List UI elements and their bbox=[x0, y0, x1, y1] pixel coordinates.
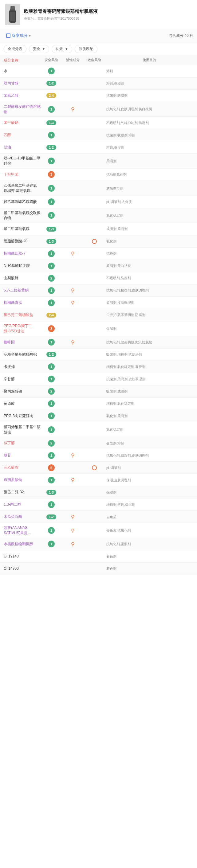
table-row[interactable]: 乙烯基聚二甲基硅氧烷/聚甲基硅氧烷 1 肤感调节剂 bbox=[0, 181, 197, 196]
table-row[interactable]: 三乙醇胺 5 pH调节剂 bbox=[0, 462, 197, 474]
tab-ingredients[interactable]: 备案成分 ▼ bbox=[4, 32, 34, 40]
table-row[interactable]: PEG/PPG/聚丁二醇-8/5/3甘油 3 保湿剂 bbox=[0, 321, 197, 336]
table-row[interactable]: 淀粉辛烯基琥珀酸铝 1-2 吸附剂,增稠剂,抗结块剂 bbox=[0, 349, 197, 361]
table-row[interactable]: 棕榈酰四肽-7 1 ⚲ 抗炎剂 bbox=[0, 248, 197, 260]
table-row[interactable]: 腺苷 1 ⚲ 抗氧化剂,保湿剂,皮肤调理剂 bbox=[0, 450, 197, 462]
ingredient-purpose: 柔润剂,皮肤调理剂 bbox=[105, 300, 193, 305]
table-row[interactable]: 双-PEG-18甲基醚二甲硅烷 1 柔润剂 bbox=[0, 154, 197, 168]
dropdown-icon: ▼ bbox=[28, 34, 31, 37]
safety-badge: 1 bbox=[40, 540, 62, 547]
table-row[interactable]: 苯甲酸钠 1-3 不透明剂,气味抑制剂,防腐剂 bbox=[0, 117, 197, 129]
table-row[interactable]: 透明质酸钠 1 ⚲ 保湿,皮肤调理剂 bbox=[0, 474, 197, 486]
product-info: 欧莱雅青春密码酵素眼部精华肌底液 备案号：苏G妆网码管字2017000638 bbox=[24, 8, 192, 21]
ingredient-purpose: 抗菌剂,柔润剂,皮肤调理剂 bbox=[105, 377, 193, 382]
safety-badge: 2 bbox=[40, 275, 62, 282]
safety-badge: 1 bbox=[40, 132, 62, 138]
table-row[interactable]: 甘油 1-2 溶剂,保湿剂 bbox=[0, 141, 197, 154]
table-row[interactable]: 羟乙基哌嗪乙烷磺酸 1 pH调节剂,去角质 bbox=[0, 196, 197, 208]
active-icon: ⚲ bbox=[71, 528, 75, 533]
table-row[interactable]: 二裂酵母发酵产物溶胞物 1 ⚲ 抗氧化剂,皮肤调理剂,美白祛斑 bbox=[0, 102, 197, 117]
safety-value: 1 bbox=[48, 185, 55, 192]
ingredient-name: 5,7-二羟基黄酮 bbox=[4, 288, 40, 293]
ingredient-name: 聚丙烯酰基二甲基牛磺酸铵 bbox=[4, 425, 40, 435]
ingredient-name: 棕榈酰寡肽 bbox=[4, 300, 40, 305]
table-row[interactable]: 卡波姆 1 增稠剂,乳化稳定剂,凝胶剂 bbox=[0, 361, 197, 373]
ingredient-purpose: 柔润剂,美白祛斑 bbox=[105, 263, 193, 269]
safety-value: 1 bbox=[48, 501, 55, 508]
active-icon: ⚲ bbox=[71, 287, 75, 293]
table-row[interactable]: 乙醇 1 抗菌剂,收敛剂,溶剂 bbox=[0, 129, 197, 141]
ingredient-name: 辛甘醇 bbox=[4, 377, 40, 382]
effect-filter-label: 功效 bbox=[56, 47, 63, 51]
skin-filter-btn[interactable]: 肤质匹配 bbox=[75, 45, 97, 53]
safety-value: 1 bbox=[48, 376, 55, 382]
safety-value: 1 bbox=[48, 287, 55, 294]
safety-value: 1 bbox=[48, 527, 55, 534]
safety-value: 1-2 bbox=[47, 352, 56, 357]
table-row[interactable]: CI 19140 着色剂 bbox=[0, 550, 197, 563]
safety-badge: 1 bbox=[40, 106, 62, 113]
active-icon: ⚲ bbox=[71, 514, 75, 520]
table-row[interactable]: 菠萝(ANANAS SATIVUS)果提... 1 ⚲ 去角质,抗氧化剂 bbox=[0, 523, 197, 538]
table-row[interactable]: 硬脂醇聚醚-20 1-3 乳化剂 bbox=[0, 235, 197, 248]
ingredient-name: 聚乙二醇-32 bbox=[4, 490, 40, 495]
table-row[interactable]: N-羟基琥珀亚胺 1 柔润剂,美白祛斑 bbox=[0, 260, 197, 272]
ingredient-name: 乙烯基聚二甲基硅氧烷/聚甲基硅氧烷 bbox=[4, 183, 40, 193]
table-row[interactable]: 辛甘醇 1 抗菌剂,柔润剂,皮肤调理剂 bbox=[0, 373, 197, 385]
table-row[interactable]: 聚二甲基硅氧烷 1-3 成膜剂,柔润剂 bbox=[0, 223, 197, 235]
table-row[interactable]: 5,7-二羟基黄酮 1 ⚲ 抗氧化剂,抗炎剂,皮肤调理剂 bbox=[0, 284, 197, 297]
ingredient-purpose: 变性剂,溶剂 bbox=[105, 441, 193, 446]
safety-badge: 1 bbox=[40, 287, 62, 294]
effect-filter-btn[interactable]: 功效 ▼ bbox=[52, 45, 72, 53]
ingredient-name: 聚二甲基硅氧烷交联聚合物 bbox=[4, 210, 40, 221]
table-row[interactable]: PPG-3肉豆蔻醇肉 1 乳化剂,柔润剂 bbox=[0, 410, 197, 422]
ingredient-purpose: 增稠剂,溶剂,保湿剂 bbox=[105, 502, 193, 507]
ingredient-purpose: 抗菌剂,收敛剂,溶剂 bbox=[105, 133, 193, 138]
table-row[interactable]: 黄原胶 1 增稠剂,乳化稳定剂 bbox=[0, 398, 197, 410]
table-row[interactable]: 氨己定二葡糖酸盐 2-4 口腔护理,不透明剂,防腐剂 bbox=[0, 309, 197, 321]
table-row[interactable]: 聚丙烯酸钠 2 吸附剂,成膜剂 bbox=[0, 385, 197, 398]
safety-value: 2-4 bbox=[47, 313, 56, 318]
safety-badge: 1 bbox=[40, 68, 62, 74]
table-row[interactable]: 聚二甲基硅氧烷交联聚合物 1 乳化稳定剂 bbox=[0, 208, 197, 223]
safety-badge: 2-4 bbox=[40, 313, 62, 318]
table-row[interactable]: 双丙甘醇 1-2 溶剂,保湿剂 bbox=[0, 78, 197, 90]
table-row[interactable]: 山梨酸钾 2 不透明剂,防腐剂 bbox=[0, 272, 197, 284]
table-row[interactable]: 木瓜蛋白酶 1-2 ⚲ 去角质 bbox=[0, 511, 197, 523]
safety-value: 1-3 bbox=[47, 227, 56, 231]
safety-badge: 1 bbox=[40, 300, 62, 306]
acne-circle-icon bbox=[92, 239, 97, 244]
safety-value: 1 bbox=[48, 198, 55, 205]
all-ingredients-btn[interactable]: 全成分表 bbox=[4, 45, 26, 53]
safety-badge: 2 bbox=[40, 440, 62, 446]
table-row[interactable]: 聚丙烯酰基二甲基牛磺酸铵 1 乳化稳定剂 bbox=[0, 422, 197, 437]
table-row[interactable]: 苯氧乙醇 2-4 抗菌剂,防腐剂 bbox=[0, 90, 197, 102]
safety-filter-btn[interactable]: 安全 ▼ bbox=[29, 45, 49, 53]
table-row[interactable]: 1,3-丙二醇 1 增稠剂,溶剂,保湿剂 bbox=[0, 498, 197, 511]
header-safety: 安全风险 bbox=[40, 58, 62, 63]
safety-badge: 1-3 bbox=[40, 120, 62, 125]
ingredient-count: 包含成分 40 种 bbox=[169, 33, 193, 38]
table-row[interactable]: 棕榈酰寡肽 1 ⚲ 柔润剂,皮肤调理剂 bbox=[0, 297, 197, 309]
active-icon: ⚲ bbox=[71, 453, 75, 458]
ingredient-purpose: 抗氧化剂,保湿剂,皮肤调理剂 bbox=[105, 453, 193, 458]
active-indicator: ⚲ bbox=[62, 453, 84, 458]
table-row[interactable]: 叔丁醇 2 变性剂,溶剂 bbox=[0, 437, 197, 450]
table-row[interactable]: CI 14700 着色剂 bbox=[0, 563, 197, 575]
table-row[interactable]: 丁羟甲苯 3 抗油脂氧化剂 bbox=[0, 168, 197, 181]
ingredient-purpose: pH调节剂 bbox=[105, 465, 193, 470]
ingredient-purpose: 溶剂,保湿剂 bbox=[105, 145, 193, 150]
ingredient-purpose: 柔润剂 bbox=[105, 158, 193, 164]
safety-badge: 1 bbox=[40, 262, 62, 269]
ingredient-name: 聚二甲基硅氧烷 bbox=[4, 226, 40, 231]
ingredient-name: N-羟基琥珀亚胺 bbox=[4, 263, 40, 269]
ingredient-purpose: 增稠剂,乳化稳定剂 bbox=[105, 401, 193, 406]
table-row[interactable]: 咖啡因 1 ⚲ 抗氧化剂,健美功效成分,防脱发 bbox=[0, 336, 197, 349]
table-row[interactable]: 水杨酰植物鞘氨醇 1 ⚲ 抗氧化剂,柔润剂 bbox=[0, 538, 197, 550]
safety-badge: 1 bbox=[40, 339, 62, 345]
table-row[interactable]: 聚乙二醇-32 1-3 保湿剂 bbox=[0, 486, 197, 498]
ingredient-name: CI 19140 bbox=[4, 554, 40, 559]
table-row[interactable]: 水 1 溶剂 bbox=[0, 65, 197, 78]
ingredient-name: 乙醇 bbox=[4, 132, 40, 137]
header: 欧莱雅青春密码酵素眼部精华肌底液 备案号：苏G妆网码管字2017000638 bbox=[0, 0, 197, 29]
